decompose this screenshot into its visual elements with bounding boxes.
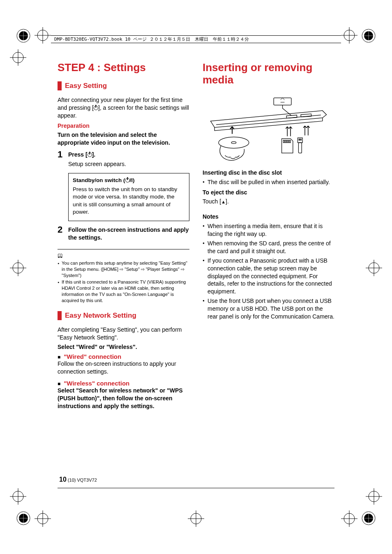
page-number: 10 bbox=[59, 476, 67, 483]
section-easy-network: Easy Network Setting bbox=[58, 311, 189, 320]
heading-media: Inserting or removing media bbox=[203, 62, 334, 86]
footer-rule bbox=[58, 488, 334, 488]
crosshair-icon bbox=[35, 27, 51, 44]
crosshair-icon bbox=[10, 260, 26, 276]
network-intro: After completing "Easy Setting", you can… bbox=[58, 326, 189, 342]
crosshair-icon bbox=[341, 510, 357, 527]
book-icon: 🕮 bbox=[58, 252, 63, 259]
svg-rect-54 bbox=[300, 139, 301, 140]
preparation-label: Preparation bbox=[58, 122, 189, 130]
box-title: Standby/on switch (/I) bbox=[73, 177, 185, 184]
note-item: When removing the SD card, press the cen… bbox=[203, 240, 334, 255]
svg-rect-47 bbox=[286, 115, 297, 118]
notes-title: Notes bbox=[203, 213, 334, 221]
wired-subheading: ■ "Wired" connection bbox=[58, 353, 189, 360]
svg-point-49 bbox=[219, 137, 249, 148]
svg-rect-52 bbox=[298, 143, 302, 153]
wired-title: "Wired" connection bbox=[64, 353, 121, 360]
wireless-title: "Wireless" connection bbox=[64, 380, 129, 387]
left-column: STEP 4 : Settings Easy Setting After con… bbox=[58, 62, 189, 492]
section-title-text: Easy Network Setting bbox=[65, 312, 136, 320]
heading-step4: STEP 4 : Settings bbox=[58, 62, 189, 74]
note-item: If you connect a Panasonic product with … bbox=[203, 257, 334, 295]
media-insertion-diagram bbox=[203, 94, 334, 164]
step2-instruction: Follow the on-screen instructions and ap… bbox=[68, 226, 189, 242]
insert-disc-bullet: The disc will be pulled in when inserted… bbox=[203, 178, 334, 186]
register-mark-icon bbox=[13, 25, 34, 46]
small-note: If this unit is connected to a Panasonic… bbox=[58, 279, 189, 303]
crosshair-icon bbox=[188, 510, 204, 527]
small-note: You can perform this setup anytime by se… bbox=[58, 260, 189, 279]
page-footer: 10 (10) VQT3V72 bbox=[59, 476, 97, 483]
crosshair-icon bbox=[10, 49, 26, 66]
register-mark-icon bbox=[358, 25, 379, 46]
accent-bar-icon bbox=[58, 311, 62, 320]
section-title-text: Easy Setting bbox=[65, 82, 107, 90]
crosshair-icon bbox=[366, 488, 382, 505]
register-mark-icon bbox=[358, 508, 379, 529]
wired-body: Follow the on-screen instructions to app… bbox=[58, 360, 189, 376]
register-mark-icon bbox=[13, 508, 34, 529]
network-select: Select "Wired" or "Wireless". bbox=[58, 343, 189, 351]
eject-icon: ▲ bbox=[221, 199, 226, 204]
crosshair-icon bbox=[366, 260, 382, 276]
eject-title: To eject the disc bbox=[203, 189, 334, 196]
right-column: Inserting or removing media bbox=[203, 62, 334, 492]
standby-info-box: Standby/on switch (/I) Press to switch t… bbox=[68, 173, 189, 221]
source-file-header: DMP-BDT320EG-VQT3V72.book 10 ページ ２０１２年１月… bbox=[51, 35, 341, 43]
square-bullet-icon: ■ bbox=[58, 381, 60, 387]
note-item: Use the front USB port when you connect … bbox=[203, 297, 334, 321]
insert-disc-list: The disc will be pulled in when inserted… bbox=[203, 178, 334, 186]
insert-disc-title: Inserting disc in the disc slot bbox=[203, 169, 334, 177]
step1-instruction: Press []. bbox=[68, 151, 189, 159]
section-easy-setting: Easy Setting bbox=[58, 81, 189, 90]
note-item: When inserting a media item, ensure that… bbox=[203, 222, 334, 238]
power-icon bbox=[94, 106, 98, 110]
crosshair-icon bbox=[35, 510, 51, 527]
intro-paragraph: After connecting your new player for the… bbox=[58, 96, 189, 120]
svg-rect-51 bbox=[298, 138, 303, 143]
power-icon bbox=[125, 178, 130, 182]
step-1: 1 Press []. Setup screen appears. bbox=[58, 150, 189, 170]
small-notes-list: You can perform this setup anytime by se… bbox=[58, 260, 189, 304]
accent-bar-icon bbox=[58, 81, 62, 90]
svg-rect-53 bbox=[299, 139, 300, 140]
step-2: 2 Follow the on-screen instructions and … bbox=[58, 225, 189, 243]
crosshair-icon bbox=[341, 27, 357, 44]
preparation-text: Turn on the television and select the ap… bbox=[58, 131, 189, 147]
page-content: STEP 4 : Settings Easy Setting After con… bbox=[58, 62, 334, 492]
wireless-subheading: ■ "Wireless" connection bbox=[58, 380, 189, 387]
footer-sub: (10) VQT3V72 bbox=[68, 478, 97, 482]
step1-sub: Setup screen appears. bbox=[68, 160, 189, 168]
box-body: Press to switch the unit from on to stan… bbox=[73, 186, 185, 216]
eject-body: Touch [▲]. bbox=[203, 198, 334, 205]
notes-list: When inserting a media item, ensure that… bbox=[203, 222, 334, 321]
crosshair-icon bbox=[10, 488, 26, 505]
square-bullet-icon: ■ bbox=[58, 354, 60, 360]
svg-rect-46 bbox=[274, 98, 291, 105]
step-number: 1 bbox=[58, 150, 64, 170]
notes-divider: 🕮 You can perform this setup anytime by … bbox=[58, 249, 189, 304]
power-icon bbox=[88, 152, 92, 157]
wireless-body: Select "Search for wireless network" or … bbox=[58, 387, 189, 410]
svg-point-50 bbox=[231, 141, 236, 143]
step-number: 2 bbox=[58, 225, 64, 243]
